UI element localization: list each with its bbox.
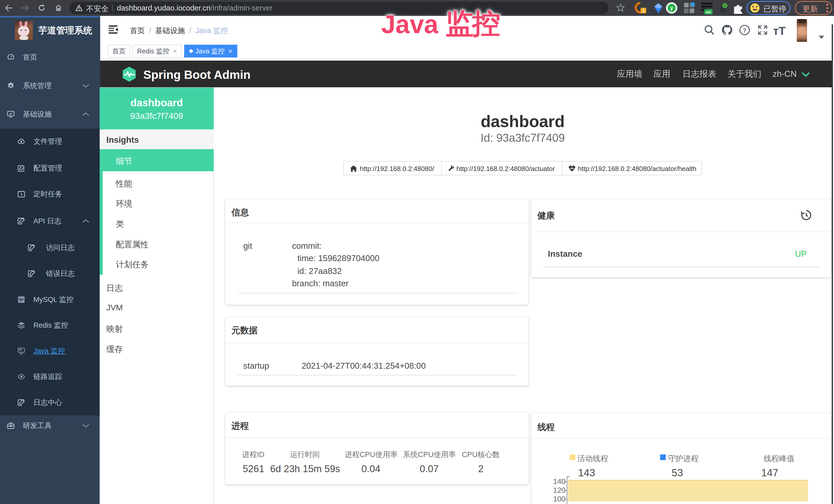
svg-text:y: y xyxy=(670,5,673,11)
svg-text:on: on xyxy=(706,10,711,14)
svg-text:1: 1 xyxy=(642,8,645,13)
svg-text:?: ? xyxy=(743,27,746,33)
